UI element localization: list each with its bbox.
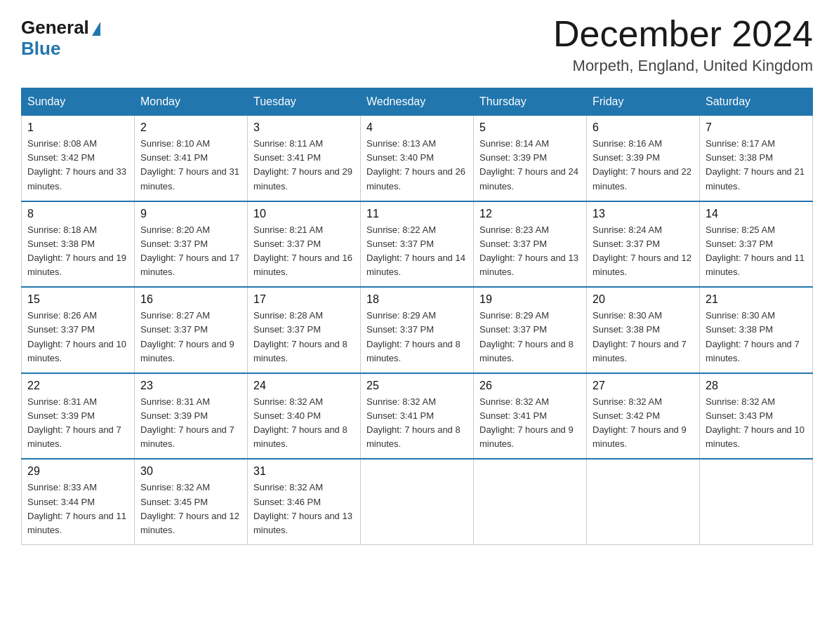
day-number: 11	[366, 208, 468, 220]
table-row: 18 Sunrise: 8:29 AMSunset: 3:37 PMDaylig…	[361, 287, 474, 373]
day-number: 16	[140, 293, 241, 306]
day-number: 26	[479, 380, 581, 392]
header-monday: Monday	[135, 88, 248, 116]
calendar-week-row: 1 Sunrise: 8:08 AMSunset: 3:42 PMDayligh…	[22, 116, 813, 201]
calendar-table: Sunday Monday Tuesday Wednesday Thursday…	[21, 88, 813, 545]
table-row: 24 Sunrise: 8:32 AMSunset: 3:40 PMDaylig…	[248, 373, 361, 459]
logo-general-label: General	[21, 18, 89, 36]
day-info: Sunrise: 8:29 AMSunset: 3:37 PMDaylight:…	[479, 309, 581, 365]
day-number: 7	[706, 121, 807, 134]
day-number: 5	[479, 121, 581, 134]
table-row: 8 Sunrise: 8:18 AMSunset: 3:38 PMDayligh…	[22, 201, 135, 288]
day-number: 28	[706, 380, 807, 392]
day-number: 24	[253, 380, 355, 392]
table-row: 7 Sunrise: 8:17 AMSunset: 3:38 PMDayligh…	[700, 116, 813, 201]
day-number: 13	[593, 208, 694, 220]
table-row: 6 Sunrise: 8:16 AMSunset: 3:39 PMDayligh…	[587, 116, 700, 201]
calendar-week-row: 15 Sunrise: 8:26 AMSunset: 3:37 PMDaylig…	[22, 287, 813, 373]
day-number: 27	[593, 380, 694, 392]
day-number: 29	[27, 465, 128, 478]
day-info: Sunrise: 8:25 AMSunset: 3:37 PMDaylight:…	[706, 223, 807, 280]
day-info: Sunrise: 8:32 AMSunset: 3:46 PMDaylight:…	[253, 481, 355, 537]
day-number: 6	[593, 121, 694, 134]
day-info: Sunrise: 8:17 AMSunset: 3:38 PMDaylight:…	[706, 137, 807, 194]
month-title: December 2024	[553, 14, 813, 54]
table-row: 25 Sunrise: 8:32 AMSunset: 3:41 PMDaylig…	[361, 373, 474, 459]
day-info: Sunrise: 8:18 AMSunset: 3:38 PMDaylight:…	[27, 223, 128, 280]
table-row: 28 Sunrise: 8:32 AMSunset: 3:43 PMDaylig…	[700, 373, 813, 459]
table-row: 17 Sunrise: 8:28 AMSunset: 3:37 PMDaylig…	[248, 287, 361, 373]
table-row: 31 Sunrise: 8:32 AMSunset: 3:46 PMDaylig…	[248, 459, 361, 544]
day-number: 30	[140, 465, 241, 478]
table-row: 2 Sunrise: 8:10 AMSunset: 3:41 PMDayligh…	[135, 116, 248, 201]
calendar-week-row: 29 Sunrise: 8:33 AMSunset: 3:44 PMDaylig…	[22, 459, 813, 544]
day-number: 21	[706, 293, 807, 306]
table-row: 19 Sunrise: 8:29 AMSunset: 3:37 PMDaylig…	[474, 287, 587, 373]
logo-blue-label: Blue	[21, 38, 60, 60]
header-wednesday: Wednesday	[361, 88, 474, 116]
header-tuesday: Tuesday	[248, 88, 361, 116]
table-row: 15 Sunrise: 8:26 AMSunset: 3:37 PMDaylig…	[22, 287, 135, 373]
day-number: 23	[140, 380, 241, 392]
table-row: 13 Sunrise: 8:24 AMSunset: 3:37 PMDaylig…	[587, 201, 700, 288]
day-number: 1	[27, 121, 128, 134]
table-row: 5 Sunrise: 8:14 AMSunset: 3:39 PMDayligh…	[474, 116, 587, 201]
day-number: 14	[706, 208, 807, 220]
day-info: Sunrise: 8:32 AMSunset: 3:43 PMDaylight:…	[706, 395, 807, 452]
day-info: Sunrise: 8:22 AMSunset: 3:37 PMDaylight:…	[366, 223, 468, 280]
table-row: 27 Sunrise: 8:32 AMSunset: 3:42 PMDaylig…	[587, 373, 700, 459]
day-info: Sunrise: 8:27 AMSunset: 3:37 PMDaylight:…	[140, 309, 241, 365]
day-number: 22	[27, 380, 128, 392]
table-row	[700, 459, 813, 544]
header-sunday: Sunday	[22, 88, 135, 116]
table-row: 9 Sunrise: 8:20 AMSunset: 3:37 PMDayligh…	[135, 201, 248, 288]
day-info: Sunrise: 8:32 AMSunset: 3:45 PMDaylight:…	[140, 481, 241, 537]
calendar-week-row: 22 Sunrise: 8:31 AMSunset: 3:39 PMDaylig…	[22, 373, 813, 459]
day-number: 4	[366, 121, 468, 134]
title-area: December 2024 Morpeth, England, United K…	[553, 14, 813, 75]
header-saturday: Saturday	[700, 88, 813, 116]
day-number: 20	[593, 293, 694, 306]
day-number: 8	[27, 208, 128, 220]
day-number: 3	[253, 121, 355, 134]
table-row: 16 Sunrise: 8:27 AMSunset: 3:37 PMDaylig…	[135, 287, 248, 373]
page-header: General Blue December 2024 Morpeth, Engl…	[21, 14, 813, 75]
day-info: Sunrise: 8:23 AMSunset: 3:37 PMDaylight:…	[479, 223, 581, 280]
day-number: 12	[479, 208, 581, 220]
day-info: Sunrise: 8:24 AMSunset: 3:37 PMDaylight:…	[593, 223, 694, 280]
day-info: Sunrise: 8:14 AMSunset: 3:39 PMDaylight:…	[479, 137, 581, 194]
day-info: Sunrise: 8:28 AMSunset: 3:37 PMDaylight:…	[253, 309, 355, 365]
table-row: 29 Sunrise: 8:33 AMSunset: 3:44 PMDaylig…	[22, 459, 135, 544]
table-row: 3 Sunrise: 8:11 AMSunset: 3:41 PMDayligh…	[248, 116, 361, 201]
logo: General Blue	[21, 14, 100, 60]
day-number: 10	[253, 208, 355, 220]
day-info: Sunrise: 8:31 AMSunset: 3:39 PMDaylight:…	[140, 395, 241, 452]
day-info: Sunrise: 8:31 AMSunset: 3:39 PMDaylight:…	[27, 395, 128, 452]
day-number: 18	[366, 293, 468, 306]
logo-triangle-icon	[92, 22, 100, 36]
day-number: 25	[366, 380, 468, 392]
table-row	[361, 459, 474, 544]
table-row: 30 Sunrise: 8:32 AMSunset: 3:45 PMDaylig…	[135, 459, 248, 544]
table-row: 10 Sunrise: 8:21 AMSunset: 3:37 PMDaylig…	[248, 201, 361, 288]
table-row	[587, 459, 700, 544]
day-number: 15	[27, 293, 128, 306]
table-row: 1 Sunrise: 8:08 AMSunset: 3:42 PMDayligh…	[22, 116, 135, 201]
day-info: Sunrise: 8:08 AMSunset: 3:42 PMDaylight:…	[27, 137, 128, 194]
table-row: 20 Sunrise: 8:30 AMSunset: 3:38 PMDaylig…	[587, 287, 700, 373]
day-info: Sunrise: 8:20 AMSunset: 3:37 PMDaylight:…	[140, 223, 241, 280]
day-info: Sunrise: 8:21 AMSunset: 3:37 PMDaylight:…	[253, 223, 355, 280]
day-info: Sunrise: 8:32 AMSunset: 3:41 PMDaylight:…	[366, 395, 468, 452]
header-thursday: Thursday	[474, 88, 587, 116]
day-info: Sunrise: 8:32 AMSunset: 3:40 PMDaylight:…	[253, 395, 355, 452]
table-row	[474, 459, 587, 544]
header-friday: Friday	[587, 88, 700, 116]
day-info: Sunrise: 8:30 AMSunset: 3:38 PMDaylight:…	[706, 309, 807, 365]
day-number: 31	[253, 465, 355, 478]
table-row: 26 Sunrise: 8:32 AMSunset: 3:41 PMDaylig…	[474, 373, 587, 459]
day-info: Sunrise: 8:11 AMSunset: 3:41 PMDaylight:…	[253, 137, 355, 194]
location-title: Morpeth, England, United Kingdom	[553, 57, 813, 75]
day-info: Sunrise: 8:30 AMSunset: 3:38 PMDaylight:…	[593, 309, 694, 365]
table-row: 23 Sunrise: 8:31 AMSunset: 3:39 PMDaylig…	[135, 373, 248, 459]
day-info: Sunrise: 8:32 AMSunset: 3:42 PMDaylight:…	[593, 395, 694, 452]
